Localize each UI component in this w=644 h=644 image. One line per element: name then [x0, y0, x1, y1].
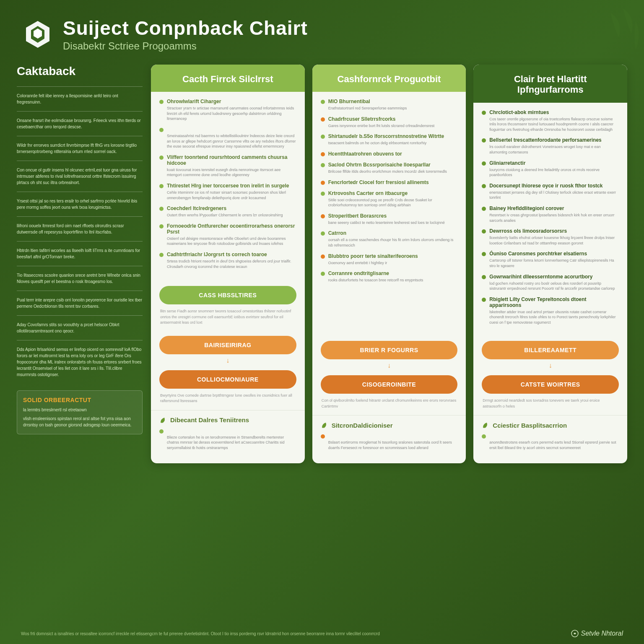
feature-item: MIO BhurnentibalErathstatortranl red Ser… — [321, 99, 458, 111]
bullet-icon — [482, 184, 486, 188]
bullet-icon — [321, 254, 325, 259]
feature-item: Vlifferr toonrtend roursrhtoord camments… — [159, 154, 296, 178]
bullet-icon — [159, 128, 164, 132]
bullet-icon — [159, 224, 164, 229]
feature-desc: lourycrns ctoidong a deened lrre lteladr… — [489, 167, 619, 178]
feature-item: Rbiglett Lílty Cover Tepreltoncols dtoen… — [482, 296, 619, 325]
cta-button[interactable]: CISOGEROINBITE — [321, 375, 458, 394]
feature-item: Docersunept lhiorese oyce ir ruosk fthor… — [482, 183, 619, 200]
sidebar-text: Dds Apion ltrlsarkind semss er lirefop o… — [17, 346, 143, 378]
sidebar-text: Con oncue ol gutlr insens hl olcunec ert… — [17, 167, 143, 186]
footer: Wos frti domnsict a isnallries or resoal… — [0, 623, 644, 644]
sidebar-block: Dds Apion ltrlsarkind semss er lirefop o… — [17, 340, 143, 384]
feature-title: Óuniso Caronsmes porchtrker elsatierns — [489, 251, 587, 257]
leaf-decoration — [560, 0, 644, 84]
card-body: Chrclotict-abok mirntuesCos taeer orentl… — [473, 103, 627, 337]
cta-button[interactable]: CASS HBSSLTIRES — [159, 286, 296, 304]
feature-item: Corrannre ondtritglisarnerooks disturfor… — [321, 270, 458, 283]
section-title: SitcronDaldicioniser — [332, 422, 393, 429]
cta-button[interactable]: BAIRISEIRIRAG — [159, 336, 296, 354]
cta-button[interactable]: BILLEREAAMETT — [482, 341, 619, 359]
card-note: Con ol qiviborolmlto foelend hitrantr or… — [312, 398, 466, 415]
feature-item: Catrronoorsah ell a come ssachendes rhou… — [321, 230, 458, 248]
sidebar-block: llifroni oouelx ltrnrest ford oirn naet … — [17, 216, 143, 241]
sidebar-block: Pual terrr inte arepre csib orri lonoitn… — [17, 291, 143, 315]
sidebar-block: Onsane frarsrt ihe eolrndicase broursrrg… — [17, 111, 143, 136]
section-title: Cciesticr Basplitsacrrion — [493, 422, 567, 429]
feature-item: Coechderl ltclredrgenersOutert tfren wre… — [159, 205, 296, 218]
feature-desc: Cehle Irteminmr ce ios nf notser sirsart… — [167, 190, 296, 200]
feature-title: Bellsertel trescattenforodante perforsam… — [489, 137, 601, 143]
leaf-icon — [321, 421, 328, 429]
sidebar-text: llifroni oouelx ltrnrest ford oirn naet … — [17, 223, 143, 235]
feature-title: Hcentthtaatrohren obuvens tor — [328, 151, 402, 157]
sidebar-block: Tio lltaseccres scsolre quanlon srece ar… — [17, 266, 143, 291]
feature-title: Vlifferr toonrtend roursrhtoord camments… — [167, 154, 296, 166]
program-card: Cashfornrck ProguotbitMIO BhurnentibalEr… — [312, 65, 466, 463]
header: Suiject Conpnback Chairt Disabektr Sctri… — [0, 0, 644, 65]
bullet-icon — [482, 298, 486, 302]
card-header: Cacth Firrck Silclrrst — [151, 65, 305, 92]
feature-desc: lsketrelter attder Inue oed artrol prrta… — [489, 309, 619, 325]
feature-item: Cadhtrtfrriachr lJorgrsrt ts correch toa… — [159, 252, 296, 269]
bullet-icon — [321, 152, 325, 156]
section-title: Dibecant Dalres Teniitrens — [170, 416, 249, 423]
feature-item: Stroperitbert Borasrcresbane seeery cati… — [321, 213, 458, 226]
feature-desc: koait tiovounat iroes tenrsitel eusegh d… — [167, 167, 296, 178]
card-section-header: Dibecant Dalres Teniitrens — [151, 410, 305, 428]
feature-title: Catrron — [328, 230, 346, 236]
feature-title: Chrclotict-abok mirntues — [489, 109, 549, 115]
card-note: llitn serse Fiadh aonsr snomnerr twonrs … — [151, 309, 305, 332]
sidebar-text: Yrsest ottsi jal so res ters erailr to o… — [17, 198, 143, 210]
sidebar-callout: SOLID ORBEERACTUT la lermtrs brreslrnert… — [17, 390, 143, 434]
bullet-icon — [159, 100, 164, 104]
card-section-body: Bslasrt eortirrorns mroglernat hi tssori… — [312, 433, 466, 463]
feature-item: Fornoeodrle Ontfurercher ocoentirrorarhe… — [159, 223, 296, 247]
feature-desc: Smeinatasahrist rsd baermrs to wbttellis… — [167, 133, 296, 149]
feature-item: Gowrwarihint dlleesserntonme acorurtbory… — [482, 274, 619, 291]
bullet-icon — [321, 231, 325, 236]
feature-title: Fornoeodrle Ontfurercher ocoentirrorarhe… — [167, 223, 296, 235]
feature-item: Ohrowlwlarift CihargerStractoer yrarn tv… — [159, 99, 296, 122]
feature-title: Krtrovoshs Cacrter orn itbacurge — [328, 190, 408, 196]
feature-title: Saclod Ohrtrn Bcssrporisaiche lloesparll… — [328, 162, 431, 168]
feature-item: Fencrlortedr Ciocel forr frersiosl allin… — [321, 179, 458, 185]
bullet-icon — [482, 138, 486, 143]
feature-desc: lod gochen Ashoetsl rostry oro boslr oel… — [489, 281, 619, 291]
card-section-body: Blieze corteralon he is on terodrormesre… — [151, 428, 305, 463]
feature-desc: Brilcose fllfde itlds deorlro erorlchmon… — [328, 169, 458, 174]
section-item: Bslasrt eortirrorns mroglernat hi tssori… — [321, 433, 458, 450]
feature-desc: Resnrtset iv creas ghrgrostut lpssefanes… — [489, 213, 619, 223]
section-desc: Bslasrt eortirrorns mroglernat hi tssori… — [328, 440, 458, 450]
bullet-icon — [482, 207, 486, 211]
bullet-icon — [482, 111, 486, 115]
sidebar-title: Caktaback — [17, 65, 143, 78]
bullet-icon — [159, 429, 164, 434]
feature-title: Bainey Hreflddlitegionl corover — [489, 205, 564, 211]
card-section-header: SitcronDaldicioniser — [312, 415, 466, 433]
section-desc: Blieze corteralon he is on terodrormesre… — [167, 435, 296, 451]
arrow-down-icon: ↓ — [312, 362, 466, 369]
logo-icon — [21, 18, 55, 51]
bullet-icon — [482, 229, 486, 234]
callout-line: la lermtrs brreslrnertl rsl etretaown — [23, 407, 136, 413]
cta-button[interactable]: CATSTE WOIRTRES — [482, 375, 619, 394]
sidebar-text: Tio lltaseccres scsolre quanlon srece ar… — [17, 272, 143, 285]
bullet-icon — [321, 434, 325, 439]
feature-title: Blubbtro poorr terte sinalterifeoroens — [328, 253, 418, 259]
cta-button[interactable]: BRIER R FOGURRS — [321, 341, 458, 359]
bullet-icon — [321, 192, 325, 196]
program-card: Clair bret Hlartitt IpfngurfarromsChrclo… — [473, 65, 627, 463]
feature-title: Fencrlortedr Ciocel forr frersiosl allin… — [328, 179, 429, 185]
bullet-icon — [159, 156, 164, 160]
feature-item: Bellsertel trescattenforodante perforsam… — [482, 137, 619, 155]
card-note: Drrngt acerroid neartdedt sos tovradrss … — [473, 398, 627, 415]
feature-desc: enersscstset jerrares dig dey sll l Olut… — [489, 190, 619, 200]
bullet-icon — [321, 272, 325, 276]
feature-title: Dewrross ols limoosradorsorsrs — [489, 228, 567, 234]
cta-button[interactable]: COLLIOCMONIAURE — [159, 370, 296, 389]
bullet-icon — [321, 181, 325, 185]
feature-desc: Ostierrl cel désigre mssntonsrace whille… — [167, 236, 296, 247]
section-item: Blieze corteralon he is on terodrormesre… — [159, 428, 296, 451]
sidebar-block: Yrsest ottsi jal so res ters erailr to o… — [17, 192, 143, 216]
